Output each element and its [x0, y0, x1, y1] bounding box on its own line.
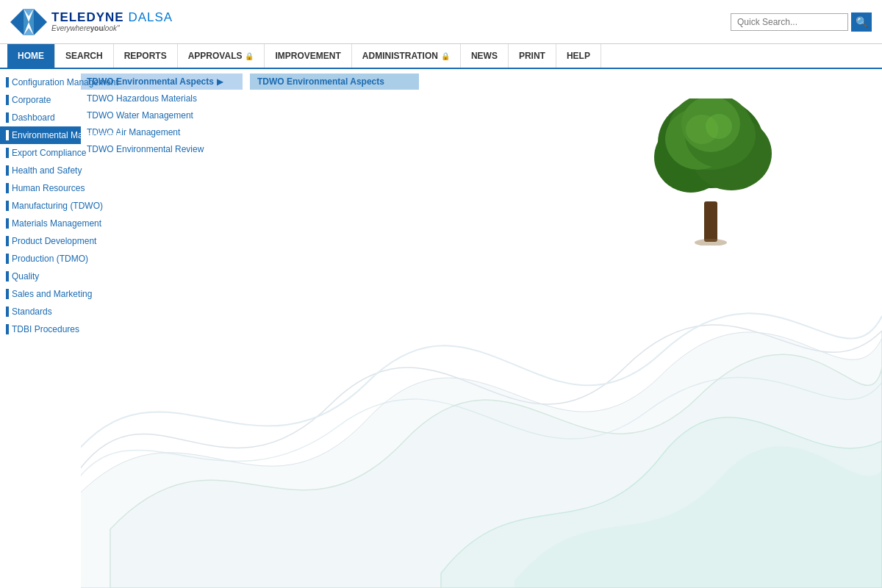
- submenu-item-env-review[interactable]: TDWO Environmental Review: [81, 141, 243, 157]
- sidebar-bar-indicator: [6, 236, 9, 246]
- header: TELEDYNE DALSA Everywhereyoulook" 🔍: [0, 0, 882, 44]
- sidebar-item-label: Production (TDMO): [12, 254, 88, 264]
- search-area: 🔍: [731, 12, 872, 32]
- logo-text: TELEDYNE DALSA Everywhereyoulook": [51, 11, 173, 33]
- sidebar-bar-indicator: [6, 112, 9, 123]
- lock-icon: 🔒: [441, 52, 450, 60]
- sidebar-bar-indicator: [6, 183, 9, 193]
- sidebar-item-label: Export Compliance: [12, 148, 86, 158]
- sidebar-item-materials-mgmt[interactable]: Materials Management: [0, 215, 81, 232]
- submenu-item-label: TDWO Water Management: [87, 110, 193, 121]
- nav-item-reports[interactable]: REPORTS: [114, 44, 178, 68]
- sidebar-bar-indicator: [6, 165, 9, 176]
- sidebar-item-human-resources[interactable]: Human Resources: [0, 179, 81, 197]
- svg-point-10: [691, 117, 772, 190]
- level3-item-env-aspects-detail[interactable]: TDWO Environmental Aspects: [250, 74, 419, 90]
- sidebar-bar-indicator: [6, 77, 9, 87]
- sidebar-item-label: Human Resources: [12, 183, 85, 193]
- svg-point-15: [686, 115, 718, 144]
- sidebar-item-label: Standards: [12, 306, 52, 317]
- sidebar-bar-indicator: [6, 130, 9, 140]
- nav-item-approvals[interactable]: APPROVALS🔒: [178, 44, 265, 68]
- sidebar-arrow-icon: ▶: [126, 131, 132, 140]
- logo-area: TELEDYNE DALSA Everywhereyoulook": [10, 6, 173, 38]
- sidebar-bar-indicator: [6, 271, 9, 282]
- svg-marker-1: [34, 9, 47, 35]
- sidebar-item-production[interactable]: Production (TDMO): [0, 250, 81, 268]
- svg-point-13: [685, 103, 756, 168]
- sidebar-bar-indicator: [6, 201, 9, 211]
- submenu-arrow-icon: ▶: [217, 77, 223, 87]
- sidebar-bar-indicator: [6, 254, 9, 264]
- sidebar-bar-indicator: [6, 95, 9, 105]
- brand-dalsa: DALSA: [128, 10, 173, 24]
- sidebar-item-dashboard[interactable]: Dashboard: [0, 109, 81, 126]
- svg-point-7: [695, 239, 727, 245]
- sidebar-item-config-mgmt[interactable]: Configuration Management: [0, 74, 81, 91]
- nav-item-print[interactable]: PRINT: [509, 44, 556, 68]
- sidebar-item-label: Dashboard: [12, 112, 55, 123]
- sidebar-bar-indicator: [6, 218, 9, 229]
- sidebar-bar-indicator: [6, 324, 9, 334]
- nav-item-news[interactable]: NEWS: [461, 44, 509, 68]
- lock-icon: 🔒: [245, 52, 254, 60]
- tree-image: [632, 98, 794, 248]
- sidebar-item-label: TDBI Procedures: [12, 324, 79, 334]
- sidebar-item-label: Materials Management: [12, 218, 101, 229]
- submenu-item-label: TDWO Hazardous Materials: [87, 93, 197, 104]
- sidebar-bar-indicator: [6, 289, 9, 299]
- svg-rect-6: [704, 201, 717, 242]
- nav-item-administration[interactable]: ADMINISTRATION🔒: [352, 44, 461, 68]
- nav-item-home[interactable]: HOME: [7, 44, 55, 68]
- sidebar-item-sales-marketing[interactable]: Sales and Marketing: [0, 285, 81, 303]
- main-content: Configuration ManagementCorporateDashboa…: [0, 69, 882, 588]
- sidebar-bar-indicator: [6, 306, 9, 317]
- nav-item-help[interactable]: HELP: [556, 44, 601, 68]
- sidebar-item-label: Quality: [12, 271, 39, 282]
- sidebar-item-label: Environmental Management: [12, 130, 122, 140]
- background-decoration: [74, 220, 882, 588]
- level3-menu: TDWO Environmental Aspects: [250, 74, 419, 91]
- svg-point-12: [665, 108, 731, 170]
- brand-teledyne: TELEDYNE: [51, 10, 124, 24]
- sidebar-item-label: Sales and Marketing: [12, 289, 92, 299]
- sidebar-item-standards[interactable]: Standards: [0, 303, 81, 320]
- sidebar-bar-indicator: [6, 148, 9, 158]
- sidebar-item-tdbi[interactable]: TDBI Procedures: [0, 320, 81, 338]
- search-button[interactable]: 🔍: [851, 12, 872, 32]
- svg-point-14: [681, 98, 740, 152]
- sidebar-item-label: Configuration Management: [12, 77, 118, 87]
- svg-point-11: [668, 98, 753, 170]
- sidebar-item-env-mgmt[interactable]: Environmental Management▶: [0, 126, 81, 144]
- submenu-item-water[interactable]: TDWO Water Management: [81, 107, 243, 123]
- submenu-item-label: TDWO Environmental Review: [87, 144, 204, 154]
- svg-point-9: [654, 122, 728, 193]
- nav-item-search[interactable]: SEARCH: [55, 44, 114, 68]
- level3-item-label: TDWO Environmental Aspects: [257, 76, 384, 87]
- tagline: Everywhereyoulook": [51, 24, 173, 32]
- sidebar-item-label: Manufacturing (TDWO): [12, 201, 103, 211]
- sidebar-item-quality[interactable]: Quality: [0, 268, 81, 285]
- logo-icon: [10, 6, 47, 38]
- svg-marker-0: [10, 9, 24, 35]
- sidebar-item-label: Product Development: [12, 236, 96, 246]
- navbar: HOMESEARCHREPORTSAPPROVALS🔒IMPROVEMENTAD…: [0, 44, 882, 69]
- sidebar-item-product-dev[interactable]: Product Development: [0, 232, 81, 250]
- sidebar-item-manufacturing[interactable]: Manufacturing (TDWO): [0, 197, 81, 215]
- svg-point-8: [658, 98, 764, 188]
- nav-item-improvement[interactable]: IMPROVEMENT: [265, 44, 351, 68]
- sidebar-item-health-safety[interactable]: Health and Safety: [0, 162, 81, 179]
- sidebar-item-export-compliance[interactable]: Export Compliance: [0, 144, 81, 162]
- search-input[interactable]: [731, 13, 848, 31]
- sidebar-item-corporate[interactable]: Corporate: [0, 91, 81, 109]
- search-icon: 🔍: [856, 16, 868, 28]
- submenu-item-hazardous[interactable]: TDWO Hazardous Materials: [81, 90, 243, 107]
- sidebar-item-label: Health and Safety: [12, 165, 82, 176]
- sidebar: Configuration ManagementCorporateDashboa…: [0, 69, 81, 588]
- sidebar-item-label: Corporate: [12, 95, 51, 105]
- svg-point-16: [706, 114, 732, 139]
